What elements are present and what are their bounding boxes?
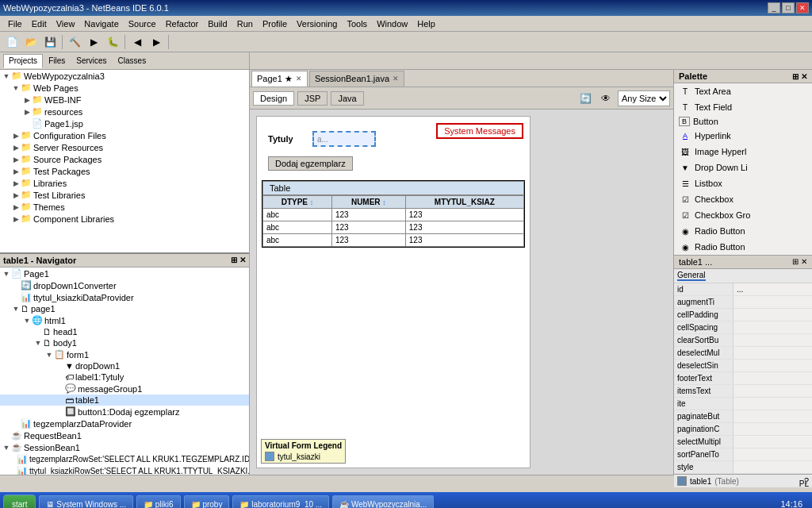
menu-file[interactable]: File bbox=[3, 17, 27, 30]
menu-refactor[interactable]: Refactor bbox=[161, 17, 204, 30]
close-page1-tab[interactable]: ✕ bbox=[296, 75, 302, 83]
menu-run[interactable]: Run bbox=[232, 17, 258, 30]
nav-label1[interactable]: ▶ 🏷 label1:Tytuly bbox=[0, 371, 249, 383]
palette-checkbox[interactable]: ☑ Checkbox bbox=[674, 191, 812, 207]
palette-radio-button2[interactable]: ◉ Radio Button bbox=[674, 239, 812, 255]
nav-tegzemplarz-rowset[interactable]: ▶ 📊 tegzemplarzRowSet:'SELECT ALL KRUK1.… bbox=[0, 453, 249, 465]
start-button[interactable]: start bbox=[3, 495, 36, 508]
tab-services[interactable]: Services bbox=[71, 54, 112, 68]
nav-page1-item[interactable]: ▼ 🗋 page1 bbox=[0, 303, 249, 314]
nav-ttytul-provider[interactable]: ▶ 📊 ttytul_ksiazkiDataProvider bbox=[0, 291, 249, 303]
nav-body1[interactable]: ▼ 🗋 body1 bbox=[0, 337, 249, 348]
nav-message-group1[interactable]: ▶ 💬 messageGroup1 bbox=[0, 383, 249, 394]
tree-test-pkg[interactable]: ▶ 📁 Test Packages bbox=[0, 165, 249, 177]
save-button[interactable]: 💾 bbox=[41, 33, 59, 51]
palette-radio-button[interactable]: ◉ Radio Button bbox=[674, 223, 812, 239]
tytuly-input[interactable]: a... bbox=[312, 131, 376, 147]
nav-button1[interactable]: ▶ 🔲 button1:Dodaj egzemplarz bbox=[0, 406, 249, 418]
tab-jsp[interactable]: JSP bbox=[297, 91, 327, 106]
run-button[interactable]: ▶ bbox=[85, 33, 102, 51]
tree-component-libs[interactable]: ▶ 📁 Component Libraries bbox=[0, 213, 249, 225]
nav-page1[interactable]: ▼ 📄 Page1 bbox=[0, 267, 249, 279]
toggle-test-pkg[interactable]: ▶ bbox=[11, 167, 21, 176]
tab-java[interactable]: Java bbox=[331, 91, 363, 106]
taskbar-pliki6[interactable]: 📁 pliki6 bbox=[136, 495, 181, 508]
tab-projects[interactable]: Projects bbox=[3, 54, 43, 68]
toggle-libraries[interactable]: ▶ bbox=[11, 179, 21, 188]
tree-web-inf[interactable]: ▶ 📁 WEB-INF bbox=[0, 94, 249, 106]
menu-navigate[interactable]: Navigate bbox=[79, 17, 123, 30]
tree-test-libs[interactable]: ▶ 📁 Test Libraries bbox=[0, 189, 249, 201]
palette-text-field[interactable]: T Text Field bbox=[674, 99, 812, 115]
menu-source[interactable]: Source bbox=[124, 17, 161, 30]
toggle-root[interactable]: ▼ bbox=[2, 71, 11, 81]
palette-dropdown[interactable]: ▼ Drop Down Li bbox=[674, 160, 812, 175]
nav-dropdown1-converter[interactable]: ▶ 🔄 dropDown1Converter bbox=[0, 279, 249, 291]
nav-table1[interactable]: ▶ 🗃 table1 bbox=[0, 394, 249, 406]
maximize-button[interactable]: □ bbox=[782, 2, 795, 13]
palette-controls[interactable]: ⊞ ✕ bbox=[792, 72, 807, 81]
menu-edit[interactable]: Edit bbox=[27, 17, 52, 30]
minimize-button[interactable]: _ bbox=[768, 2, 780, 13]
tab-files[interactable]: Files bbox=[43, 54, 71, 68]
menu-versioning[interactable]: Versioning bbox=[292, 17, 342, 30]
build-button[interactable]: 🔨 bbox=[66, 33, 83, 51]
toggle-config[interactable]: ▶ bbox=[11, 131, 21, 140]
palette-listbox[interactable]: ☰ Listbox bbox=[674, 175, 812, 191]
palette-text-area[interactable]: T Text Area bbox=[674, 83, 812, 99]
nav-head1[interactable]: ▶ 🗋 head1 bbox=[0, 326, 249, 337]
navigator-controls[interactable]: ⊞ ✕ bbox=[231, 256, 246, 265]
tree-themes[interactable]: ▶ 📁 Themes bbox=[0, 201, 249, 213]
open-button[interactable]: 📂 bbox=[22, 33, 40, 51]
dodaj-button[interactable]: Dodaj egzemplarz bbox=[268, 156, 353, 171]
close-button[interactable]: ✕ bbox=[796, 2, 809, 13]
taskbar-proby[interactable]: 📁 proby bbox=[184, 495, 230, 508]
toggle-source-pkg[interactable]: ▶ bbox=[11, 155, 21, 164]
tab-design[interactable]: Design bbox=[253, 91, 294, 106]
nav-html1[interactable]: ▼ 🌐 html1 bbox=[0, 314, 249, 326]
menu-window[interactable]: Window bbox=[372, 17, 412, 30]
nav-dropdown1[interactable]: ▶ ▼ dropDown1 bbox=[0, 360, 249, 371]
menu-view[interactable]: View bbox=[52, 17, 80, 30]
toggle-themes[interactable]: ▶ bbox=[11, 202, 21, 212]
tree-config-files[interactable]: ▶ 📁 Configuration Files bbox=[0, 129, 249, 141]
toggle-server-res[interactable]: ▶ bbox=[11, 143, 21, 152]
props-controls[interactable]: ⊞ ✕ bbox=[792, 257, 807, 267]
back-button[interactable]: ◀ bbox=[128, 33, 146, 51]
nav-form1[interactable]: ▼ 📋 form1 bbox=[0, 348, 249, 360]
taskbar-laboratorium[interactable]: 📁 laboratorium9_10 ... bbox=[232, 495, 329, 508]
tree-page1-jsp[interactable]: ▶ 📄 Page1.jsp bbox=[0, 117, 249, 129]
size-selector[interactable]: Any Size bbox=[618, 90, 670, 106]
new-project-button[interactable]: 📄 bbox=[3, 33, 21, 51]
palette-button[interactable]: B Button bbox=[674, 115, 812, 128]
menu-build[interactable]: Build bbox=[203, 17, 232, 30]
menu-profile[interactable]: Profile bbox=[258, 17, 292, 30]
toggle-resources[interactable]: ▶ bbox=[22, 107, 32, 117]
taskbar-webwypozyczalnia[interactable]: ☕ WebWypozyczalnia... bbox=[332, 495, 434, 508]
toggle-test-libs[interactable]: ▶ bbox=[11, 190, 21, 200]
tree-root[interactable]: ▼ 📁 WebWypozyczalnia3 bbox=[0, 70, 249, 82]
palette-checkbox-group[interactable]: ☑ Checkbox Gro bbox=[674, 207, 812, 223]
tree-resources[interactable]: ▶ 📁 resources bbox=[0, 106, 249, 117]
tab-page1-jspx[interactable]: Page1 ★ ✕ bbox=[251, 71, 308, 87]
close-session-tab[interactable]: ✕ bbox=[393, 75, 399, 83]
nav-sessionbean1[interactable]: ▼ ☕ SessionBean1 bbox=[0, 441, 249, 453]
forward-button[interactable]: ▶ bbox=[147, 33, 165, 51]
refresh-design-button[interactable]: 🔄 bbox=[576, 90, 594, 107]
tree-web-pages[interactable]: ▼ 📁 Web Pages bbox=[0, 82, 249, 94]
tab-general[interactable]: General bbox=[677, 271, 706, 281]
preview-button[interactable]: 👁 bbox=[597, 90, 615, 107]
taskbar-system-windows[interactable]: 🖥 System Windows ... bbox=[39, 495, 133, 508]
nav-tegzemplarz-provider[interactable]: ▶ 📊 tegzemplarzDataProvider bbox=[0, 418, 249, 429]
palette-hyperlink[interactable]: A Hyperlink bbox=[674, 128, 812, 144]
nav-requestbean1[interactable]: ▶ ☕ RequestBean1 bbox=[0, 429, 249, 441]
palette-image-hyperlink[interactable]: 🖼 Image Hyperl bbox=[674, 144, 812, 160]
menu-help[interactable]: Help bbox=[412, 17, 440, 30]
menu-tools[interactable]: Tools bbox=[342, 17, 372, 30]
tab-sessionbean1[interactable]: SessionBean1.java ✕ bbox=[309, 71, 404, 87]
toggle-web-pages[interactable]: ▼ bbox=[11, 83, 21, 93]
tree-libraries[interactable]: ▶ 📁 Libraries bbox=[0, 177, 249, 189]
toggle-component-libs[interactable]: ▶ bbox=[11, 214, 21, 224]
debug-button[interactable]: 🐛 bbox=[104, 33, 121, 51]
tree-source-pkg[interactable]: ▶ 📁 Source Packages bbox=[0, 153, 249, 165]
